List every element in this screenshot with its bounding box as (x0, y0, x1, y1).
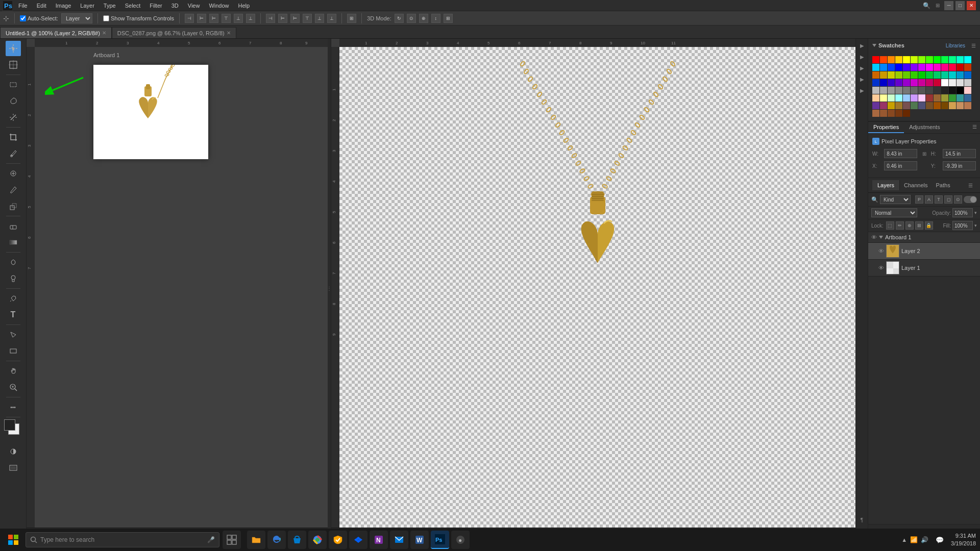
opacity-dropdown-icon[interactable]: ▾ (974, 210, 977, 215)
prop-panel-menu[interactable]: ☰ (969, 122, 980, 133)
swatch-79[interactable] (880, 102, 887, 109)
tool-marquee[interactable] (6, 77, 21, 92)
tool-path-select[interactable] (6, 327, 21, 342)
libraries-button[interactable]: Libraries (943, 42, 968, 49)
swatch-39[interactable] (872, 79, 879, 86)
tray-expand-icon[interactable]: ▲ (901, 537, 907, 543)
layer-item-layer1[interactable]: 👁 Layer 1 (868, 260, 980, 277)
menu-filter[interactable]: Filter (145, 2, 166, 10)
3d-scale-btn[interactable]: ⊞ (444, 14, 453, 23)
swatch-41[interactable] (888, 79, 895, 86)
x-input[interactable] (884, 161, 917, 170)
swatch-7[interactable] (926, 56, 933, 63)
menu-edit[interactable]: Edit (33, 2, 51, 10)
swatch-58[interactable] (918, 87, 925, 94)
swatch-27[interactable] (880, 71, 887, 79)
lock-image-btn[interactable]: ✏ (896, 221, 904, 230)
align-right-btn[interactable]: ⊢ (209, 14, 218, 23)
tab-doc1-close[interactable]: ✕ (102, 30, 106, 36)
auto-select-dropdown[interactable]: Layer Group (61, 13, 92, 23)
dist-center-v-btn[interactable]: ⊥ (315, 14, 324, 23)
swatch-37[interactable] (957, 71, 964, 79)
swatch-80[interactable] (888, 102, 895, 109)
swatch-82[interactable] (903, 102, 910, 109)
3d-slide-btn[interactable]: ↕ (431, 14, 440, 23)
menu-3d[interactable]: 3D (167, 2, 183, 10)
swatch-3[interactable] (895, 56, 902, 63)
search-icon[interactable]: 🔍 (922, 1, 931, 10)
swatch-0[interactable] (872, 56, 879, 63)
swatch-78[interactable] (872, 102, 879, 109)
swatch-76[interactable] (957, 94, 964, 102)
dist-right-btn[interactable]: ⊢ (290, 14, 300, 23)
swatch-62[interactable] (949, 87, 956, 94)
fill-input[interactable] (952, 221, 973, 230)
lock-artboard-btn[interactable]: ⊞ (915, 221, 923, 230)
menu-window[interactable]: Window (205, 2, 233, 10)
align-top-btn[interactable]: ⊤ (222, 14, 231, 23)
swatch-81[interactable] (895, 102, 902, 109)
swatch-45[interactable] (918, 79, 925, 86)
toggle-btn-5[interactable]: ▶ (857, 86, 867, 95)
tool-more[interactable]: ••• (6, 399, 21, 415)
swatch-86[interactable] (934, 102, 941, 109)
tab-doc2[interactable]: DSC_0287.png @ 66.7% (Layer 0, RGB/8) ✕ (112, 27, 236, 38)
link-wh-icon[interactable]: ⊞ (921, 150, 927, 157)
menu-type[interactable]: Type (100, 2, 120, 10)
swatch-87[interactable] (941, 102, 948, 109)
blend-mode-select[interactable]: Normal Multiply Screen Overlay (871, 208, 917, 217)
swatch-67[interactable] (888, 94, 895, 102)
layer-group-header-artboard1[interactable]: 👁 Artboard 1 (868, 232, 980, 243)
taskbar-file-explorer[interactable] (247, 531, 265, 549)
tray-network-icon[interactable]: 📶 (910, 536, 918, 543)
filter-smart-icon[interactable]: ⊙ (954, 195, 962, 204)
tab-channels[interactable]: Channels (900, 180, 932, 190)
tool-clone[interactable] (6, 198, 21, 214)
toggle-history-btn[interactable]: ▶ (857, 41, 867, 50)
swatch-17[interactable] (903, 64, 910, 71)
swatch-52[interactable] (872, 87, 879, 94)
swatch-9[interactable] (941, 56, 948, 63)
swatch-15[interactable] (888, 64, 895, 71)
close-button[interactable]: ✕ (967, 1, 976, 10)
dist-bottom-btn[interactable]: ⊥ (327, 14, 336, 23)
align-center-h-btn[interactable]: ⊢ (197, 14, 206, 23)
tool-screen-mode[interactable] (6, 460, 21, 475)
swatch-95[interactable] (903, 110, 910, 117)
swatch-42[interactable] (895, 79, 902, 86)
swatch-64[interactable] (964, 87, 971, 94)
swatch-30[interactable] (903, 71, 910, 79)
swatch-23[interactable] (949, 64, 956, 71)
swatch-84[interactable] (918, 102, 925, 109)
width-input[interactable] (884, 149, 917, 158)
swatch-85[interactable] (926, 102, 933, 109)
taskbar-clock[interactable]: 9:31 AM 3/19/2018 (951, 532, 976, 548)
filter-adjust-icon[interactable]: A (925, 195, 933, 204)
swatch-28[interactable] (888, 71, 895, 79)
tool-move[interactable] (6, 41, 21, 56)
swatch-2[interactable] (888, 56, 895, 63)
swatch-68[interactable] (895, 94, 902, 102)
panel-menu-icon[interactable]: ☰ (971, 43, 976, 48)
taskbar-dropbox[interactable] (349, 531, 368, 549)
tool-type[interactable]: T (6, 307, 21, 322)
swatch-20[interactable] (926, 64, 933, 71)
tool-gradient[interactable] (6, 235, 21, 250)
taskbar-onenote[interactable]: N (370, 531, 388, 549)
taskbar-search-bar[interactable]: Type here to search 🎤 (26, 532, 219, 547)
swatch-71[interactable] (918, 94, 925, 102)
menu-view[interactable]: View (184, 2, 204, 10)
align-left-btn[interactable]: ⊣ (185, 14, 194, 23)
auto-select-checkbox[interactable]: Auto-Select: (20, 15, 58, 21)
menu-select[interactable]: Select (121, 2, 145, 10)
taskbar-unknown[interactable]: ● (451, 531, 470, 549)
swatches-header[interactable]: Swatches Libraries ☰ (868, 39, 980, 52)
swatch-77[interactable] (964, 94, 971, 102)
tool-wand[interactable] (6, 110, 21, 125)
filter-kind-select[interactable]: Kind Name Effect (880, 195, 911, 204)
tool-quick-mask[interactable] (6, 444, 21, 459)
menu-image[interactable]: Image (52, 2, 76, 10)
layer1-visibility[interactable]: 👁 (878, 265, 884, 271)
tool-hand[interactable] (6, 363, 21, 379)
fill-dropdown-icon[interactable]: ▾ (974, 223, 977, 228)
